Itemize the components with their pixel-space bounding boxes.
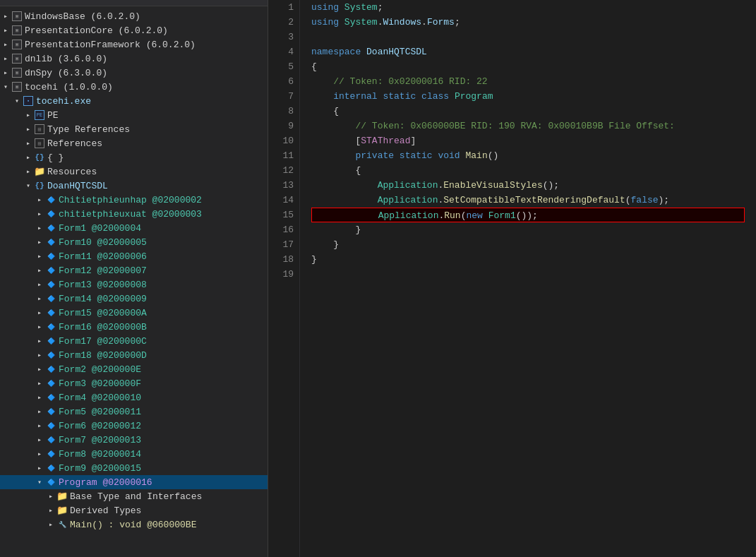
expand-arrow[interactable]: ▸: [45, 519, 56, 530]
assembly-explorer-sidebar[interactable]: ▸▣WindowsBase (6.0.2.0)▸▣PresentationCor…: [0, 0, 268, 557]
tree-item-form8[interactable]: ▸🔷Form8 @02000014: [0, 447, 268, 461]
tree-item-form7[interactable]: ▸🔷Form7 @02000013: [0, 433, 268, 447]
expand-arrow[interactable]: ▸: [34, 335, 45, 347]
expand-arrow[interactable]: ▸: [0, 39, 11, 50]
expand-arrow[interactable]: ▸: [0, 67, 11, 78]
tree-item-pe[interactable]: ▸PEPE: [0, 108, 268, 122]
tree-item-resources[interactable]: ▸📁Resources: [0, 164, 268, 179]
item-label: Resources: [47, 167, 97, 177]
class-icon: 🔷: [45, 420, 56, 431]
tree-item-dnspy[interactable]: ▸▣dnSpy (6.3.0.0): [0, 66, 268, 80]
expand-arrow[interactable]: ▾: [11, 95, 23, 107]
expand-arrow[interactable]: ▸: [34, 279, 45, 290]
class-icon: 🔷: [45, 462, 56, 474]
tree-item-presentationcore[interactable]: ▸▣PresentationCore (6.0.2.0): [0, 23, 268, 37]
expand-arrow[interactable]: ▾: [23, 180, 34, 191]
token: DoanHQTCSDL: [366, 47, 427, 57]
expand-arrow[interactable]: ▸: [34, 462, 45, 474]
item-label: Form16 @0200000B: [59, 322, 147, 333]
namespace-icon: {}: [34, 180, 45, 191]
line-number-11: 11: [274, 148, 294, 163]
token: {: [311, 61, 317, 72]
tree-item-form18[interactable]: ▸🔷Form18 @0200000D: [0, 348, 268, 362]
tree-item-form10[interactable]: ▸🔷Form10 @02000005: [0, 235, 268, 249]
expand-arrow[interactable]: ▾: [34, 477, 45, 488]
tree-item-program[interactable]: ▾🔷Program @02000016: [0, 475, 268, 489]
expand-arrow[interactable]: ▸: [34, 321, 45, 333]
expand-arrow[interactable]: ▸: [0, 11, 11, 22]
item-label: Form12 @02000007: [59, 265, 147, 276]
tree-item-form5[interactable]: ▸🔷Form5 @02000011: [0, 405, 268, 419]
assembly-tree[interactable]: ▸▣WindowsBase (6.0.2.0)▸▣PresentationCor…: [0, 6, 268, 557]
expand-arrow[interactable]: ▸: [34, 251, 45, 262]
tree-item-form12[interactable]: ▸🔷Form12 @02000007: [0, 263, 268, 277]
class-icon: 🔷: [45, 194, 56, 205]
code-line-19: [311, 267, 745, 282]
tree-item-tocehi[interactable]: ▾▣tocehi (1.0.0.0): [0, 80, 268, 94]
tree-item-form3[interactable]: ▸🔷Form3 @0200000F: [0, 376, 268, 390]
tree-item-doan-ns[interactable]: ▾{}DoanHQTCSDL: [0, 179, 268, 193]
expand-arrow[interactable]: ▸: [34, 448, 45, 460]
token: {: [311, 165, 361, 176]
expand-arrow[interactable]: ▸: [34, 194, 45, 205]
tree-item-form1[interactable]: ▸🔷Form1 @02000004: [0, 221, 268, 235]
line-number-5: 5: [274, 59, 294, 74]
tree-item-references[interactable]: ▸⊞References: [0, 136, 268, 150]
line-numbers: 12345678910111213141516171819: [268, 0, 300, 557]
token: ());: [516, 210, 538, 221]
tree-item-windowsbase[interactable]: ▸▣WindowsBase (6.0.2.0): [0, 9, 268, 23]
tree-item-chitietphieuxuat[interactable]: ▸🔷chitietphieuxuat @02000003: [0, 207, 268, 221]
expand-arrow[interactable]: ▸: [34, 392, 45, 403]
code-line-17: }: [311, 237, 745, 252]
tree-item-derived-types[interactable]: ▸📁Derived Types: [0, 503, 268, 517]
expand-arrow[interactable]: ▾: [0, 81, 11, 92]
token: [312, 210, 378, 221]
token: [483, 210, 488, 221]
expand-arrow[interactable]: ▸: [34, 378, 45, 389]
tree-item-dnlib[interactable]: ▸▣dnlib (3.6.0.0): [0, 52, 268, 66]
tree-item-braces1[interactable]: ▸{}{ }: [0, 150, 268, 164]
tree-item-form4[interactable]: ▸🔷Form4 @02000010: [0, 390, 268, 405]
tree-item-form16[interactable]: ▸🔷Form16 @0200000B: [0, 320, 268, 334]
tree-item-form15[interactable]: ▸🔷Form15 @0200000A: [0, 306, 268, 320]
tree-item-base-type[interactable]: ▸📁Base Type and Interfaces: [0, 489, 268, 503]
expand-arrow[interactable]: ▸: [23, 124, 34, 135]
tree-item-form17[interactable]: ▸🔷Form17 @0200000C: [0, 334, 268, 348]
class-icon: 🔷: [45, 448, 56, 460]
line-number-2: 2: [274, 15, 294, 30]
expand-arrow[interactable]: ▸: [34, 236, 45, 248]
tree-item-form9[interactable]: ▸🔷Form9 @02000015: [0, 461, 268, 475]
tree-item-form2[interactable]: ▸🔷Form2 @0200000E: [0, 362, 268, 376]
expand-arrow[interactable]: ▸: [34, 349, 45, 361]
expand-arrow[interactable]: ▸: [23, 138, 34, 149]
line-number-16: 16: [274, 222, 294, 237]
expand-arrow[interactable]: ▸: [23, 166, 34, 177]
expand-arrow[interactable]: ▸: [34, 364, 45, 375]
token: {: [311, 106, 339, 116]
expand-arrow[interactable]: ▸: [45, 505, 56, 516]
expand-arrow[interactable]: ▸: [45, 491, 56, 502]
expand-arrow[interactable]: ▸: [34, 293, 45, 304]
expand-arrow[interactable]: ▸: [34, 434, 45, 445]
tree-item-form13[interactable]: ▸🔷Form13 @02000008: [0, 277, 268, 292]
expand-arrow[interactable]: ▸: [34, 222, 45, 234]
tree-item-form11[interactable]: ▸🔷Form11 @02000006: [0, 249, 268, 263]
expand-arrow[interactable]: ▸: [0, 53, 11, 64]
expand-arrow[interactable]: ▸: [34, 307, 45, 318]
expand-arrow[interactable]: ▸: [34, 420, 45, 431]
class-icon: 🔷: [45, 321, 56, 333]
tree-item-presentationframework[interactable]: ▸▣PresentationFramework (6.0.2.0): [0, 37, 268, 52]
expand-arrow[interactable]: ▸: [34, 406, 45, 417]
expand-arrow[interactable]: ▸: [0, 25, 11, 36]
tree-item-main-method[interactable]: ▸🔧Main() : void @060000BE: [0, 517, 268, 532]
tree-item-form6[interactable]: ▸🔷Form6 @02000012: [0, 419, 268, 433]
expand-arrow[interactable]: ▸: [34, 208, 45, 220]
tree-item-tocehi-exe[interactable]: ▾▪tocehi.exe: [0, 94, 268, 108]
expand-arrow[interactable]: ▸: [34, 265, 45, 276]
tree-item-form14[interactable]: ▸🔷Form14 @02000009: [0, 292, 268, 306]
token: // Token: 0x060000BE RID: 190 RVA: 0x000…: [355, 121, 674, 131]
tree-item-type-references[interactable]: ▸⊞Type References: [0, 122, 268, 136]
expand-arrow[interactable]: ▸: [23, 109, 34, 121]
expand-arrow[interactable]: ▸: [23, 152, 34, 163]
tree-item-chitietphieunhap[interactable]: ▸🔷Chitietphieunhap @02000002: [0, 193, 268, 207]
